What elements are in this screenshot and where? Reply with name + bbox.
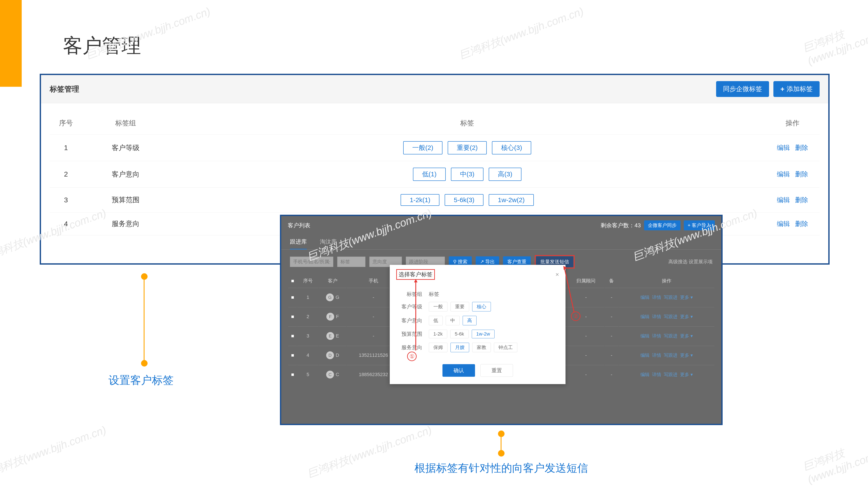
follow-link[interactable]: 写跟进: [664, 372, 678, 377]
edit-link[interactable]: 编辑: [777, 220, 790, 227]
add-tag-button[interactable]: +添加标签: [773, 81, 819, 97]
page-title: 客户管理: [63, 33, 141, 59]
reset-button[interactable]: 重置: [480, 364, 513, 377]
column-settings-link[interactable]: 设置展示项: [689, 259, 713, 264]
export-icon: ↗: [480, 259, 484, 265]
confirm-button[interactable]: 确认: [442, 364, 475, 377]
svg-marker-1: [414, 279, 417, 282]
modal-tag-option[interactable]: 月嫂: [451, 343, 469, 352]
modal-tag-option[interactable]: 一般: [429, 302, 447, 312]
connector-dot: [498, 450, 504, 457]
import-customers-button[interactable]: + 客户导入: [684, 220, 715, 230]
tag-chip[interactable]: 中(3): [451, 168, 484, 181]
detail-link[interactable]: 详情: [652, 353, 661, 358]
row-checkbox[interactable]: [291, 373, 294, 376]
delete-link[interactable]: 删除: [795, 196, 808, 203]
more-link[interactable]: 更多 ▾: [680, 314, 693, 319]
watermark: 巨鸿科技(www.bjjh.com.cn): [801, 430, 868, 486]
cell-ops: 编辑删除: [765, 188, 819, 213]
modal-tag-option[interactable]: 1w-2w: [472, 330, 495, 338]
more-link[interactable]: 更多 ▾: [680, 295, 693, 300]
annotation-1: ①: [407, 352, 416, 361]
edit-link[interactable]: 编辑: [777, 144, 790, 151]
modal-tag-option[interactable]: 高: [463, 316, 476, 325]
edit-link[interactable]: 编辑: [640, 314, 649, 319]
advanced-filter-link[interactable]: 高级搜选: [669, 259, 687, 264]
more-link[interactable]: 更多 ▾: [680, 353, 693, 358]
tag-chip[interactable]: 1w-2w(2): [489, 194, 534, 206]
sync-customers-button[interactable]: 企微客户同步: [644, 220, 681, 230]
detail-link[interactable]: 详情: [652, 295, 661, 300]
avatar: E: [327, 332, 334, 340]
avatar: D: [326, 351, 334, 359]
tag-chip[interactable]: 核心(3): [492, 141, 531, 155]
row-checkbox[interactable]: [291, 296, 294, 299]
row-checkbox[interactable]: [291, 315, 294, 318]
col-header: 客户: [319, 274, 346, 287]
modal-tag-option[interactable]: 中: [446, 316, 460, 325]
delete-link[interactable]: 删除: [795, 144, 808, 151]
panel-title: 标签管理: [50, 84, 79, 94]
connector-line: [144, 276, 145, 363]
search-input[interactable]: [290, 257, 333, 267]
customer-list-panel: 客户列表 剩余客户数：43 企微客户同步 + 客户导入 跟进库 淘汰库 ⚲搜索 …: [280, 215, 723, 425]
cell-index: 1: [50, 135, 82, 161]
detail-link[interactable]: 详情: [652, 314, 661, 319]
cell-index: 3: [50, 188, 82, 213]
modal-tag-option[interactable]: 重要: [451, 302, 469, 312]
edit-link[interactable]: 编辑: [640, 353, 649, 358]
more-link[interactable]: 更多 ▾: [680, 333, 693, 338]
follow-link[interactable]: 写跟进: [664, 314, 678, 319]
close-icon[interactable]: ×: [556, 271, 559, 278]
more-link[interactable]: 更多 ▾: [680, 372, 693, 377]
follow-link[interactable]: 写跟进: [664, 353, 678, 358]
modal-tag-option[interactable]: 5-6k: [450, 330, 469, 338]
tag-chip[interactable]: 重要(2): [448, 141, 487, 155]
modal-tag-option[interactable]: 核心: [472, 302, 491, 312]
cell-group: 客户意向: [82, 161, 169, 188]
tag-chip[interactable]: 1-2k(1): [401, 194, 439, 206]
accent-bar: [0, 0, 22, 87]
modal-tag-option[interactable]: 钟点工: [494, 343, 517, 352]
edit-link[interactable]: 编辑: [777, 170, 790, 177]
delete-link[interactable]: 删除: [795, 170, 808, 177]
modal-tag-row: 客户意向 低中高: [398, 316, 557, 325]
table-row: 1 客户等级 一般(2)重要(2)核心(3) 编辑删除: [50, 135, 819, 161]
cell-ops: 编辑删除: [765, 213, 819, 235]
tag-chip[interactable]: 5-6k(3): [445, 194, 484, 206]
modal-tag-option[interactable]: 1-2k: [429, 330, 447, 338]
tab-followup[interactable]: 跟进库: [290, 238, 307, 250]
tab-eliminated[interactable]: 淘汰库: [320, 238, 337, 250]
cell-tags: 低(1)中(3)高(3): [169, 161, 765, 188]
plus-icon: +: [780, 85, 784, 93]
modal-tag-option[interactable]: 低: [429, 316, 443, 325]
follow-link[interactable]: 写跟进: [664, 333, 678, 338]
cell-tags: 1-2k(1)5-6k(3)1w-2w(2): [169, 188, 765, 213]
edit-link[interactable]: 编辑: [640, 333, 649, 338]
connector-dot: [141, 360, 148, 366]
detail-link[interactable]: 详情: [652, 372, 661, 377]
sync-wechat-tags-button[interactable]: 同步企微标签: [716, 81, 769, 97]
follow-link[interactable]: 写跟进: [664, 295, 678, 300]
tag-filter[interactable]: [337, 257, 365, 267]
modal-tag-option[interactable]: 家教: [472, 343, 491, 352]
table-row: 2 客户意向 低(1)中(3)高(3) 编辑删除: [50, 161, 819, 188]
edit-link[interactable]: 编辑: [640, 372, 649, 377]
select-all-checkbox[interactable]: [291, 280, 294, 282]
row-checkbox[interactable]: [291, 335, 294, 337]
edit-link[interactable]: 编辑: [640, 295, 649, 300]
delete-link[interactable]: 删除: [795, 220, 808, 227]
modal-tag-option[interactable]: 保姆: [429, 343, 447, 352]
edit-link[interactable]: 编辑: [777, 196, 790, 203]
tag-chip[interactable]: 低(1): [413, 168, 446, 181]
col-header: 序号: [297, 274, 318, 287]
tag-chip[interactable]: 一般(2): [403, 141, 442, 155]
row-checkbox[interactable]: [291, 354, 294, 357]
detail-link[interactable]: 详情: [652, 333, 661, 338]
watermark: 巨鸿科技(www.bjjh.com.cn): [801, 12, 868, 67]
caption-send-sms: 根据标签有针对性的向客户发送短信: [414, 461, 588, 476]
panel2-title: 客户列表: [288, 222, 310, 229]
cell-tags: 一般(2)重要(2)核心(3): [169, 135, 765, 161]
tag-chip[interactable]: 高(3): [489, 168, 522, 181]
table-row: 3 预算范围 1-2k(1)5-6k(3)1w-2w(2) 编辑删除: [50, 188, 819, 213]
